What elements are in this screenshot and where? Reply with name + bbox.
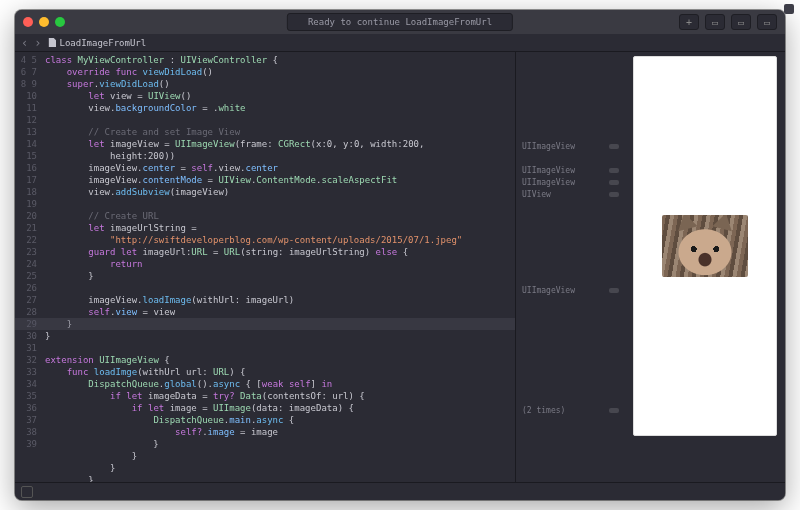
body: 4 5 6 7 8 9 10 11 12 13 14 15 16 17 18 1… [15,52,785,482]
current-line-highlight [15,318,515,330]
add-button[interactable]: + [679,14,699,30]
live-preview [625,52,785,482]
tab-bar: ‹ › LoadImageFromUrl [15,34,785,52]
annotation[interactable]: UIView [522,188,619,200]
file-tab-label: LoadImageFromUrl [59,38,146,48]
file-icon [47,38,56,47]
line-gutter: 4 5 6 7 8 9 10 11 12 13 14 15 16 17 18 1… [15,52,41,482]
annotation[interactable]: UIImageView [522,164,619,176]
nav-fwd-icon[interactable]: › [34,36,41,50]
close-icon[interactable] [23,17,33,27]
simulator-canvas [633,56,777,436]
annotation-strip: UIImageViewUIImageViewUIImageViewUIViewU… [515,52,625,482]
annotation[interactable]: (2 times) [522,404,619,416]
titlebar: Ready to continue LoadImageFromUrl + ▭ ▭… [15,10,785,34]
toolbar-right: + ▭ ▭ ▭ [679,14,777,30]
traffic-lights [23,17,65,27]
preview-image [662,215,748,277]
ide-window: Ready to continue LoadImageFromUrl + ▭ ▭… [15,10,785,500]
code-editor[interactable]: 4 5 6 7 8 9 10 11 12 13 14 15 16 17 18 1… [15,52,515,482]
code-area[interactable]: class MyViewController : UIViewControlle… [41,52,515,482]
tab-menu-icon[interactable] [784,10,785,14]
debug-area-toggle-icon[interactable] [21,486,33,498]
nav-back-icon[interactable]: ‹ [21,36,28,50]
annotation[interactable]: UIImageView [522,140,619,152]
annotation[interactable]: UIImageView [522,284,619,296]
panel-toggle-2[interactable]: ▭ [731,14,751,30]
panel-toggle-3[interactable]: ▭ [757,14,777,30]
zoom-icon[interactable] [55,17,65,27]
panel-toggle-1[interactable]: ▭ [705,14,725,30]
annotation[interactable]: UIImageView [522,176,619,188]
file-tab[interactable]: LoadImageFromUrl [47,38,146,48]
minimize-icon[interactable] [39,17,49,27]
run-status-pill: Ready to continue LoadImageFromUrl [287,13,513,31]
status-bar [15,482,785,500]
